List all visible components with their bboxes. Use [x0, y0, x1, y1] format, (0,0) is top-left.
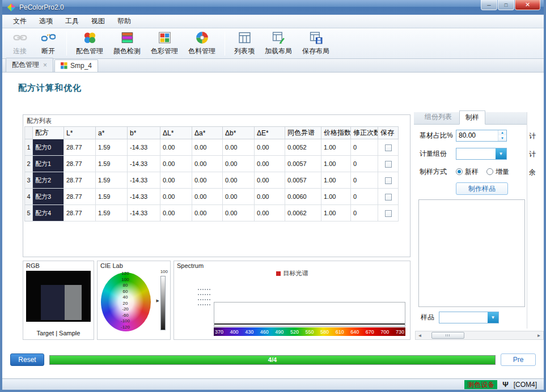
menu-item-view[interactable]: 视图	[85, 15, 111, 28]
sampling-mode-option[interactable]: 新样	[456, 167, 479, 177]
scroll-left-button[interactable]: ◄	[416, 331, 424, 339]
column-header[interactable]: L*	[64, 127, 96, 139]
column-header[interactable]: b*	[128, 127, 160, 139]
scrollbar-thumb[interactable]	[431, 332, 464, 339]
spectrum-legend: 目标光谱	[174, 269, 410, 278]
column-header[interactable]: 价格指数	[321, 127, 351, 139]
scroll-right-button[interactable]: ►	[535, 331, 543, 339]
save-checkbox[interactable]	[385, 161, 392, 168]
usb-icon: Ψ	[502, 380, 509, 389]
menu-item-options[interactable]: 选项	[33, 15, 59, 28]
toolbar-color-manage-button[interactable]: 色彩管理	[147, 29, 182, 58]
tab-color-matching[interactable]: 配色管理×	[6, 58, 53, 72]
close-button[interactable]: ✕	[515, 0, 540, 10]
toolbar-list-items-button[interactable]: 列表项	[230, 29, 259, 58]
tab-components[interactable]: 组份列表	[418, 110, 458, 124]
window-controls: ─ □ ✕	[481, 0, 540, 10]
tab-close-icon[interactable]: ×	[43, 62, 47, 69]
make-sample-button[interactable]: 制作样品	[456, 182, 508, 195]
chevron-down-icon: ▼	[499, 151, 503, 156]
cell-L: 28.77	[64, 156, 96, 172]
toolbar-color-matching-button[interactable]: 配色管理	[72, 29, 107, 58]
spin-up-button[interactable]: ▲	[498, 130, 506, 136]
menu-item-tools[interactable]: 工具	[59, 15, 85, 28]
spectrum-panel: Spectrum 目标光谱 37040043046049052055058061…	[173, 261, 410, 340]
app-window: PeColorPro2.0 ─ □ ✕ 文件选项工具视图帮助 连接断开配色管理颜…	[0, 0, 546, 392]
horizontal-scrollbar[interactable]: ◄ ►	[415, 331, 544, 340]
progress-bar: 4/4	[49, 355, 496, 365]
column-header[interactable]: Δa*	[192, 127, 223, 139]
load-layout-icon	[272, 31, 286, 45]
cell-a: 1.59	[96, 205, 128, 221]
toolbar-colorant-manage-button[interactable]: 色料管理	[184, 29, 219, 58]
spin-down-button[interactable]: ▼	[498, 135, 506, 141]
maximize-button[interactable]: □	[498, 0, 514, 10]
toolbar-separator	[225, 32, 225, 56]
column-header[interactable]: ΔL*	[160, 127, 192, 139]
sampling-mode-label: 制样方式	[420, 167, 456, 177]
save-checkbox[interactable]	[385, 210, 392, 217]
dropdown-button[interactable]: ▼	[488, 312, 498, 323]
sample-list-area[interactable]	[418, 199, 525, 307]
panel-separator	[527, 112, 527, 329]
column-header[interactable]: 保存	[378, 127, 399, 139]
toolbar-separator	[66, 32, 67, 56]
rgb-caption: Target | Sample	[23, 330, 94, 336]
cell-da: 0.00	[192, 156, 223, 172]
title-bar[interactable]: PeColorPro2.0 ─ □ ✕	[2, 0, 544, 15]
formula-color-cell: 配方1	[33, 156, 64, 172]
cell-corrections: 0	[351, 139, 378, 156]
formula-row[interactable]: 1配方028.771.59-14.330.000.000.000.000.005…	[25, 139, 399, 156]
column-header[interactable]: 同色异谱	[285, 127, 321, 139]
cell-dL: 0.00	[160, 189, 192, 205]
cell-dE: 0.00	[255, 139, 285, 156]
chevron-down-icon: ▼	[491, 315, 496, 320]
formula-row[interactable]: 5配方428.771.59-14.330.000.000.000.000.006…	[25, 205, 399, 221]
spectrum-plot: 370400430460490520550580610640670700730	[214, 284, 405, 336]
column-header[interactable]: Δb*	[223, 127, 255, 139]
menu-item-file[interactable]: 文件	[7, 15, 33, 28]
rgb-panel: RGB Target | Sample	[23, 261, 94, 340]
axis-tick-label: 120	[115, 271, 136, 277]
toolbar-save-layout-button[interactable]: 保存布局	[298, 29, 333, 58]
save-checkbox[interactable]	[385, 177, 392, 184]
save-checkbox[interactable]	[385, 144, 392, 151]
toolbar-button-label: 列表项	[234, 46, 255, 56]
device-status-badge: 测色设备	[464, 380, 497, 389]
column-header[interactable]: a*	[96, 127, 128, 139]
toolbar-button-label: 加载布局	[265, 46, 292, 56]
formula-row[interactable]: 3配方228.771.59-14.330.000.000.000.000.005…	[25, 172, 399, 189]
scroll-left-icon: ◄	[418, 333, 422, 338]
formula-row[interactable]: 2配方128.771.59-14.330.000.000.000.000.005…	[25, 156, 399, 172]
radio-icon[interactable]	[486, 168, 493, 175]
wavelength-axis: 370400430460490520550580610640670700730	[214, 327, 405, 336]
reset-button[interactable]: Reset	[10, 353, 44, 366]
formula-table-header-row: 配方L*a*b*ΔL*Δa*Δb*ΔE*同色异谱价格指数修正次数保存	[25, 127, 399, 139]
cell-da: 0.00	[192, 205, 223, 221]
pre-button[interactable]: Pre	[501, 353, 536, 366]
minimize-button[interactable]: ─	[481, 0, 497, 10]
axis-tick-label: -20	[115, 306, 136, 313]
sample-select[interactable]: ▼	[439, 312, 499, 323]
radio-icon[interactable]	[456, 168, 463, 175]
cell-b: -14.33	[128, 189, 160, 205]
column-header[interactable]: ΔE*	[255, 127, 285, 139]
formula-row[interactable]: 4配方328.771.59-14.330.000.000.000.000.006…	[25, 189, 399, 205]
row-number: 1	[25, 139, 33, 156]
toolbar-color-detect-button[interactable]: 颜色检测	[109, 29, 145, 58]
tab-smp4[interactable]: Smp_4	[54, 59, 98, 72]
cell-db: 0.00	[223, 172, 255, 189]
sampling-mode-option[interactable]: 增量	[486, 167, 509, 177]
toolbar-disconnect-button[interactable]: 断开	[35, 29, 61, 58]
toolbar-load-layout-button[interactable]: 加载布局	[261, 29, 296, 58]
tab-sampling[interactable]: 制样	[459, 110, 485, 125]
dropdown-button[interactable]: ▼	[496, 148, 506, 159]
cell-save	[378, 172, 399, 189]
save-checkbox[interactable]	[385, 194, 392, 201]
base-ratio-input[interactable]	[456, 130, 498, 141]
menu-item-help[interactable]: 帮助	[111, 15, 137, 28]
metering-group-select[interactable]: ▼	[456, 148, 507, 160]
column-header[interactable]: 修正次数	[351, 127, 378, 139]
spin-down-icon: ▼	[501, 137, 504, 140]
column-header[interactable]: 配方	[33, 127, 64, 139]
